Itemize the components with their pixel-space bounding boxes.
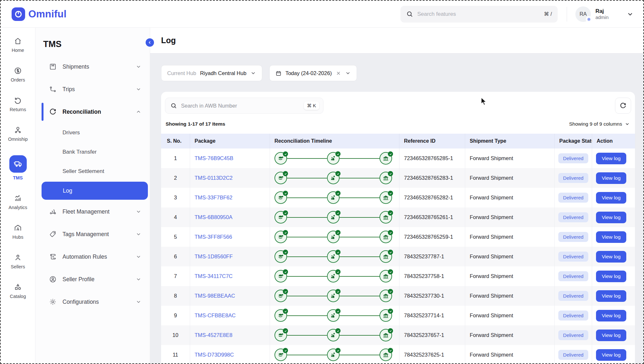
sidebar-collapse-button[interactable] (145, 37, 155, 48)
log-card: Search in AWB Number ⌘ K Showing 1-17 of… (161, 92, 635, 364)
view-log-button[interactable]: View log (596, 290, 626, 302)
columns-selector[interactable]: Showing 9 of 9 columns (569, 121, 630, 127)
table-row: 9 TMS-CFBBE8AC 784325237714-1 Forward Sh… (161, 306, 635, 325)
view-log-button[interactable]: View log (596, 212, 626, 223)
home-icon (14, 37, 22, 45)
feature-search-placeholder: Search features (417, 11, 540, 17)
check-badge-icon (335, 151, 341, 157)
view-log-button[interactable]: View log (596, 231, 626, 243)
view-log-button[interactable]: View log (596, 192, 626, 204)
clear-date-icon[interactable] (336, 71, 341, 76)
package-link[interactable]: TMS-4527E8E8 (195, 332, 232, 338)
check-badge-icon (335, 230, 341, 235)
package-link[interactable]: TMS-34117C7C (195, 273, 233, 279)
package-link[interactable]: TMS-0113D2C2 (195, 175, 233, 181)
package-link[interactable]: TMS-3FF8F566 (195, 234, 232, 240)
truck-icon (9, 155, 27, 173)
cell-sn: 10 (161, 325, 190, 345)
view-log-button[interactable]: View log (596, 330, 626, 341)
topbar-divider (567, 7, 567, 22)
rail-item-home[interactable]: Home (1, 37, 35, 53)
rail-item-sellers[interactable]: Sellers (1, 253, 35, 269)
timeline-cash-collected-icon (274, 329, 287, 341)
check-badge-icon (388, 151, 393, 157)
cell-reference: 784325237787-1 (399, 247, 465, 266)
sidebar-item-fleet-management[interactable]: Fleet Management (35, 200, 150, 223)
view-log-button[interactable]: View log (596, 271, 626, 282)
package-link[interactable]: TMS-98EBEAAC (195, 293, 235, 299)
package-link[interactable]: TMS-CFBBE8AC (195, 312, 235, 319)
rail-item-tms[interactable]: TMS (1, 155, 35, 180)
sidebar-item-trips[interactable]: Trips (35, 78, 150, 101)
cell-reference: 723465328765259-1 (399, 227, 465, 247)
view-log-button[interactable]: View log (596, 251, 626, 263)
sidebar-item-shipments[interactable]: Shipments (35, 55, 150, 78)
search-icon (170, 102, 177, 109)
chevron-down-icon (136, 86, 141, 92)
sidebar-item-log[interactable]: Log (35, 181, 150, 200)
cell-sn: 6 (161, 247, 190, 266)
cell-sn: 1 (161, 148, 190, 168)
view-log-button[interactable]: View log (596, 349, 626, 361)
cell-reference: 723465328765261-1 (399, 207, 465, 227)
omniful-logo[interactable]: Omniful (12, 7, 67, 21)
date-filter-value: Today (24-02-2026) (285, 70, 332, 76)
check-badge-icon (283, 191, 288, 196)
sidebar-item-configurations[interactable]: Configurations (35, 291, 150, 313)
package-link[interactable]: TMS-76B9C45B (195, 155, 233, 161)
sidebar-item-tags-management[interactable]: Tags Management (35, 223, 150, 245)
rail-item-hubs[interactable]: Hubs (1, 224, 35, 240)
shipments-icon (49, 63, 57, 71)
hub-filter[interactable]: Current Hub Riyadh Central Hub (161, 65, 262, 81)
rail-item-returns[interactable]: Returns (1, 96, 35, 112)
rail-item-analytics[interactable]: Analytics (1, 194, 35, 210)
check-badge-icon (335, 289, 341, 294)
sidebar-item-bank-transfer[interactable]: Bank Transfer (35, 142, 150, 162)
table-row: 1 TMS-76B9C45B 723465328765285-1 Forward… (161, 148, 635, 168)
timeline-bank-deposit-icon (380, 172, 392, 184)
check-badge-icon (283, 151, 288, 157)
chevron-down-icon[interactable] (627, 11, 634, 18)
user-role: admin (595, 14, 609, 21)
check-badge-icon (388, 191, 393, 196)
feature-search-input[interactable]: Search features ⌘ / (400, 6, 558, 23)
cell-reference: 784325237657-1 (399, 325, 465, 345)
check-badge-icon (283, 269, 288, 274)
sidebar-item-automation-rules[interactable]: Automation Rules (35, 245, 150, 268)
page-header: Log (150, 28, 643, 53)
status-badge: Delivered (558, 311, 588, 321)
rail-item-orders[interactable]: Orders (1, 66, 35, 82)
timeline-rider-handover-icon (327, 172, 340, 184)
check-badge-icon (335, 269, 341, 274)
sidebar-item-drivers[interactable]: Drivers (35, 123, 150, 142)
timeline-bank-deposit-icon (380, 329, 392, 341)
view-log-button[interactable]: View log (596, 172, 626, 184)
awb-search-input[interactable]: Search in AWB Number ⌘ K (165, 98, 323, 114)
date-filter[interactable]: Today (24-02-2026) (269, 65, 357, 81)
view-log-button[interactable]: View log (596, 153, 626, 164)
rail-item-catalog[interactable]: Catalog (1, 283, 35, 299)
timeline-rider-handover-icon (327, 231, 340, 243)
cell-timeline (270, 325, 399, 345)
check-badge-icon (388, 289, 393, 294)
sidebar-item-seller-profile[interactable]: Seller Profile (35, 268, 150, 291)
cell-shipment-type: Forward Shipment (465, 286, 555, 306)
user-menu[interactable]: RA Raj admin (575, 6, 634, 22)
package-link[interactable]: TMS-33F7BF62 (195, 195, 232, 201)
timeline-bank-deposit-icon (380, 309, 392, 322)
cell-timeline (270, 247, 399, 266)
package-link[interactable]: TMS-1D8560FF (195, 254, 233, 260)
chevron-down-icon (625, 121, 630, 127)
view-log-button[interactable]: View log (596, 310, 626, 321)
catalog-icon (14, 283, 22, 291)
check-badge-icon (335, 250, 341, 255)
package-link[interactable]: TMS-6B80950A (195, 214, 232, 220)
rail-item-omniship[interactable]: Omniship (1, 126, 35, 142)
chevron-down-icon (136, 299, 141, 305)
refresh-button[interactable] (615, 98, 631, 114)
check-badge-icon (335, 328, 341, 333)
package-link[interactable]: TMS-D73D998C (195, 352, 234, 358)
sidebar-item-reconciliation[interactable]: Reconciliation (35, 101, 150, 123)
sidebar-item-seller-settlement[interactable]: Seller Settlement (35, 162, 150, 181)
tags-icon (49, 230, 57, 238)
